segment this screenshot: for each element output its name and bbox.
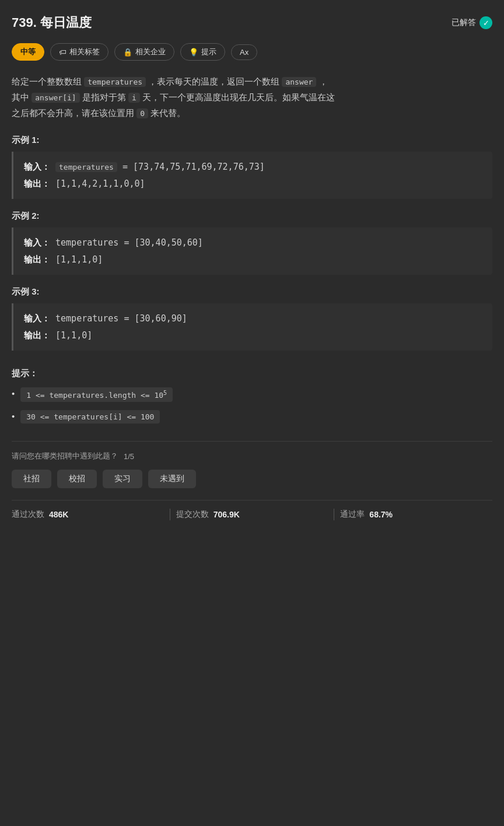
recruit-btn-shezao[interactable]: 社招: [12, 470, 51, 488]
tag-related-company[interactable]: 🔒 相关企业: [114, 43, 174, 61]
stat-divider-1: [170, 509, 170, 520]
example-1-input: 输入： temperatures = [73,74,75,71,69,72,76…: [24, 159, 482, 176]
stat-pass-count: 通过次数 486K: [12, 509, 164, 520]
recruit-btn-shixi[interactable]: 实习: [103, 470, 142, 488]
stat-pass-rate-value: 68.7%: [369, 510, 393, 519]
recruitment-row: 请问您在哪类招聘中遇到此题？ 1/5: [12, 451, 492, 461]
stat-submit-count-label: 提交次数: [176, 509, 209, 520]
bulb-icon: 💡: [189, 48, 198, 57]
header-row: 739. 每日温度 已解答 ✓: [12, 14, 492, 32]
section-divider: [12, 441, 492, 442]
stat-pass-count-label: 通过次数: [12, 509, 44, 520]
example-1-input-code: temperatures: [55, 162, 117, 172]
recruitment-label: 请问您在哪类招聘中遇到此题？: [12, 451, 118, 461]
example-3-block: 输入： temperatures = [30,60,90] 输出： [1,1,0…: [12, 303, 492, 351]
tag-font[interactable]: Ax: [231, 44, 257, 60]
tag-related-tags[interactable]: 🏷 相关标签: [50, 43, 108, 61]
example-1-block: 输入： temperatures = [73,74,75,71,69,72,76…: [12, 152, 492, 199]
stat-submit-count-value: 706.9K: [214, 510, 240, 519]
stat-pass-rate-label: 通过率: [340, 509, 365, 520]
example-1-title: 示例 1:: [12, 135, 492, 146]
example-2: 示例 2: 输入： temperatures = [30,40,50,60] 输…: [12, 211, 492, 275]
hint-code-2: 30 <= temperatures[i] <= 100: [20, 410, 160, 424]
example-3-input: 输入： temperatures = [30,60,90]: [24, 310, 482, 327]
recruitment-count: 1/5: [124, 452, 134, 461]
tag-hint[interactable]: 💡 提示: [180, 43, 225, 61]
solved-badge: 已解答 ✓: [452, 16, 492, 29]
hints-section: 提示： • 1 <= temperatures.length <= 105 • …: [12, 368, 492, 424]
desc-code-zero: 0: [136, 108, 148, 118]
problem-description: 给定一个整数数组 temperatures ，表示每天的温度，返回一个数组 an…: [12, 74, 492, 121]
stat-pass-count-value: 486K: [49, 510, 68, 519]
hints-title: 提示：: [12, 368, 492, 379]
example-3-title: 示例 3:: [12, 286, 492, 298]
stat-pass-rate: 通过率 68.7%: [340, 509, 492, 520]
example-3: 示例 3: 输入： temperatures = [30,60,90] 输出： …: [12, 286, 492, 351]
desc-code-answer-i: answer[i]: [32, 93, 79, 103]
bullet-2: •: [12, 411, 15, 421]
recruit-btn-xiaozao[interactable]: 校招: [57, 470, 97, 488]
example-2-input: 输入： temperatures = [30,40,50,60]: [24, 235, 482, 251]
solved-icon: ✓: [480, 16, 492, 29]
lock-icon: 🔒: [123, 48, 132, 57]
desc-code-i: i: [128, 93, 140, 103]
example-2-title: 示例 2:: [12, 211, 492, 222]
tag-icon: 🏷: [59, 48, 66, 57]
hint-item-2: • 30 <= temperatures[i] <= 100: [12, 410, 492, 424]
desc-code-temperatures: temperatures: [84, 77, 146, 87]
bullet-1: •: [12, 388, 15, 398]
tag-difficulty[interactable]: 中等: [12, 43, 44, 61]
example-1: 示例 1: 输入： temperatures = [73,74,75,71,69…: [12, 135, 492, 199]
solved-label: 已解答: [452, 18, 476, 28]
example-1-output: 输出： [1,1,4,2,1,1,0,0]: [24, 176, 482, 192]
superscript-1: 5: [163, 390, 167, 396]
hint-item-1: • 1 <= temperatures.length <= 105: [12, 387, 492, 402]
stat-divider-2: [334, 509, 334, 520]
example-2-block: 输入： temperatures = [30,40,50,60] 输出： [1,…: [12, 228, 492, 275]
recruitment-buttons: 社招 校招 实习 未遇到: [12, 470, 492, 488]
page-container: 739. 每日温度 已解答 ✓ 中等 🏷 相关标签 🔒 相关企业 💡 提示 Ax…: [0, 0, 504, 530]
example-2-output: 输出： [1,1,1,0]: [24, 251, 482, 268]
recruit-btn-weiyudao[interactable]: 未遇到: [148, 470, 196, 488]
tags-row: 中等 🏷 相关标签 🔒 相关企业 💡 提示 Ax: [12, 43, 492, 61]
example-3-output: 输出： [1,1,0]: [24, 327, 482, 344]
desc-code-answer: answer: [282, 77, 316, 87]
stat-submit-count: 提交次数 706.9K: [176, 509, 328, 520]
stats-row: 通过次数 486K 提交次数 706.9K 通过率 68.7%: [12, 500, 492, 530]
hint-code-1: 1 <= temperatures.length <= 105: [20, 387, 173, 402]
page-title: 739. 每日温度: [12, 14, 92, 32]
